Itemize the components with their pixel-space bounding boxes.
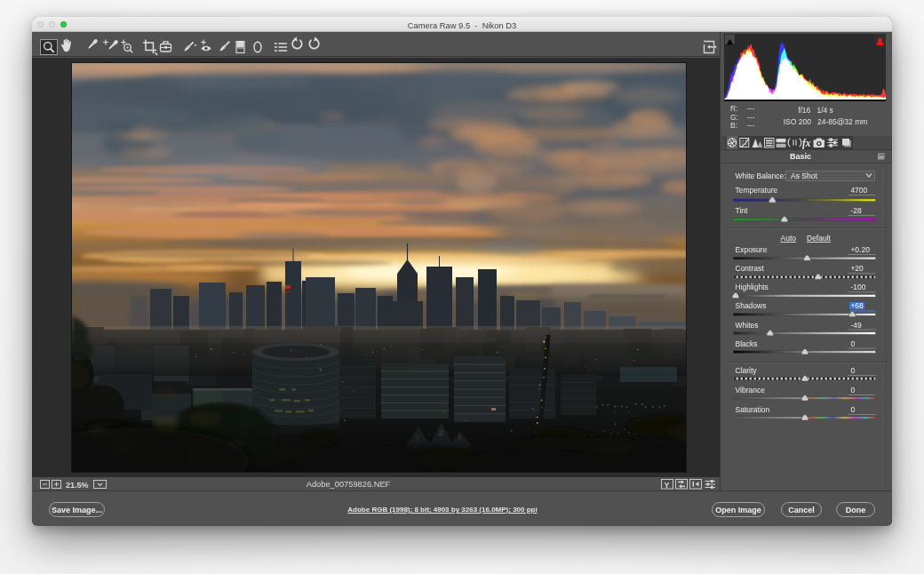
svg-text:0: 0 (850, 386, 855, 395)
svg-text:+68: +68 (850, 301, 864, 310)
svg-text:0: 0 (850, 405, 855, 414)
svg-text:Clarity: Clarity (736, 366, 758, 375)
svg-text:4700: 4700 (850, 186, 867, 195)
svg-text:-28: -28 (850, 206, 862, 215)
svg-text:Tint: Tint (736, 206, 748, 215)
svg-text:Vibrance: Vibrance (736, 386, 766, 395)
svg-text:Default: Default (807, 234, 832, 243)
svg-text:Shadows: Shadows (736, 301, 767, 310)
svg-text:Exposure: Exposure (736, 245, 768, 254)
svg-text:0: 0 (850, 339, 855, 348)
svg-text:+0.20: +0.20 (850, 245, 870, 254)
svg-text:Whites: Whites (736, 321, 759, 330)
svg-text:Saturation: Saturation (736, 405, 770, 414)
svg-text:Highlights: Highlights (736, 283, 769, 291)
svg-text:White Balance:: White Balance: (736, 171, 786, 180)
svg-text:Basic: Basic (790, 152, 811, 161)
svg-text:Temperature: Temperature (736, 186, 778, 195)
svg-text:Y: Y (664, 481, 669, 490)
svg-text:As Shot: As Shot (791, 171, 817, 180)
svg-text:Blacks: Blacks (736, 339, 758, 348)
svg-text:Adobe_00759826.NEF: Adobe_00759826.NEF (307, 480, 391, 489)
svg-text:Auto: Auto (781, 234, 797, 243)
svg-text:-49: -49 (850, 321, 862, 330)
svg-text:21.5%: 21.5% (66, 481, 89, 490)
svg-text:-100: -100 (850, 283, 865, 291)
svg-text:0: 0 (850, 366, 855, 375)
svg-text:Contrast: Contrast (736, 264, 765, 273)
svg-text:+20: +20 (850, 264, 864, 273)
